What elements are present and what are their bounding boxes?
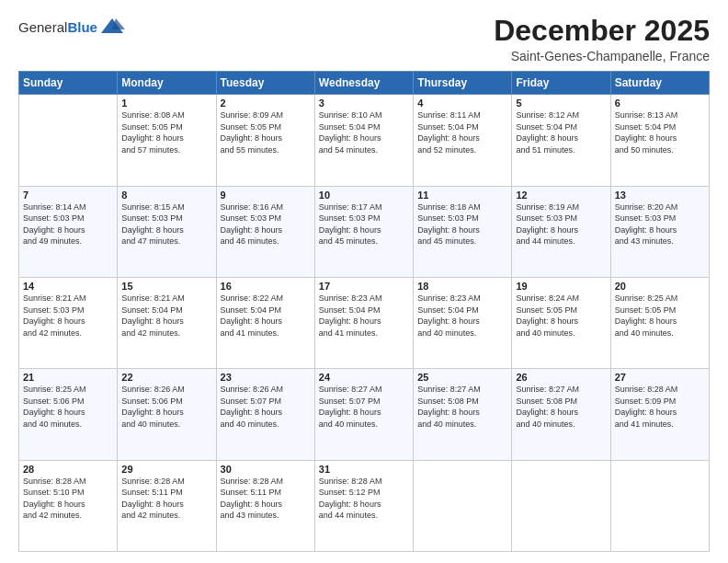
calendar-table: SundayMondayTuesdayWednesdayThursdayFrid… [18,71,710,552]
day-number: 20 [615,281,705,292]
week-row-5: 28Sunrise: 8:28 AM Sunset: 5:10 PM Dayli… [19,460,710,551]
calendar-cell: 18Sunrise: 8:23 AM Sunset: 5:04 PM Dayli… [414,277,512,368]
day-info: Sunrise: 8:14 AM Sunset: 5:03 PM Dayligh… [23,202,86,247]
day-header-monday: Monday [118,72,216,95]
day-header-tuesday: Tuesday [216,72,314,95]
calendar-cell: 22Sunrise: 8:26 AM Sunset: 5:06 PM Dayli… [118,369,216,460]
day-info: Sunrise: 8:27 AM Sunset: 5:08 PM Dayligh… [417,385,481,429]
calendar-cell: 19Sunrise: 8:24 AM Sunset: 5:05 PM Dayli… [512,277,610,368]
week-row-4: 21Sunrise: 8:25 AM Sunset: 5:06 PM Dayli… [19,369,710,460]
day-number: 18 [417,281,507,292]
calendar-cell: 14Sunrise: 8:21 AM Sunset: 5:03 PM Dayli… [19,277,118,368]
day-info: Sunrise: 8:26 AM Sunset: 5:07 PM Dayligh… [221,385,284,429]
week-row-1: 1Sunrise: 8:08 AM Sunset: 5:05 PM Daylig… [19,95,710,186]
day-info: Sunrise: 8:28 AM Sunset: 5:11 PM Dayligh… [221,477,284,521]
calendar-cell: 29Sunrise: 8:28 AM Sunset: 5:11 PM Dayli… [118,460,216,551]
day-number: 14 [23,281,113,292]
calendar-cell: 17Sunrise: 8:23 AM Sunset: 5:04 PM Dayli… [314,277,413,368]
day-number: 27 [615,372,705,383]
day-number: 30 [221,464,311,475]
svg-marker-1 [112,18,125,29]
day-info: Sunrise: 8:12 AM Sunset: 5:04 PM Dayligh… [516,110,579,155]
week-row-3: 14Sunrise: 8:21 AM Sunset: 5:03 PM Dayli… [19,277,710,368]
day-number: 15 [121,281,211,292]
calendar-cell: 1Sunrise: 8:08 AM Sunset: 5:05 PM Daylig… [118,95,216,186]
calendar-cell: 30Sunrise: 8:28 AM Sunset: 5:11 PM Dayli… [216,460,314,551]
day-info: Sunrise: 8:10 AM Sunset: 5:04 PM Dayligh… [319,110,382,155]
day-number: 12 [516,190,606,201]
calendar-cell: 9Sunrise: 8:16 AM Sunset: 5:03 PM Daylig… [216,186,314,277]
day-number: 24 [319,372,409,383]
day-number: 1 [121,98,211,109]
day-info: Sunrise: 8:13 AM Sunset: 5:04 PM Dayligh… [615,110,678,155]
day-number: 9 [221,190,311,201]
day-info: Sunrise: 8:28 AM Sunset: 5:12 PM Dayligh… [319,477,382,521]
day-info: Sunrise: 8:21 AM Sunset: 5:03 PM Dayligh… [23,293,86,338]
day-number: 31 [319,464,409,475]
calendar-cell: 2Sunrise: 8:09 AM Sunset: 5:05 PM Daylig… [216,95,314,186]
calendar-cell: 25Sunrise: 8:27 AM Sunset: 5:08 PM Dayli… [414,369,512,460]
day-number: 26 [516,372,606,383]
calendar-cell [610,460,709,551]
day-number: 2 [221,98,311,109]
day-number: 16 [221,281,311,292]
day-info: Sunrise: 8:17 AM Sunset: 5:03 PM Dayligh… [319,202,382,247]
day-header-wednesday: Wednesday [314,72,413,95]
day-number: 21 [23,372,113,383]
calendar-cell: 31Sunrise: 8:28 AM Sunset: 5:12 PM Dayli… [314,460,413,551]
day-number: 7 [23,190,113,201]
subtitle: Saint-Genes-Champanelle, France [494,49,710,63]
day-info: Sunrise: 8:28 AM Sunset: 5:09 PM Dayligh… [615,385,678,429]
logo: GeneralBlue [18,15,125,40]
day-number: 22 [121,372,211,383]
day-info: Sunrise: 8:28 AM Sunset: 5:10 PM Dayligh… [23,477,86,521]
page: GeneralBlue December 2025 Saint-Genes-Ch… [0,0,728,563]
day-info: Sunrise: 8:23 AM Sunset: 5:04 PM Dayligh… [319,293,382,338]
day-info: Sunrise: 8:11 AM Sunset: 5:04 PM Dayligh… [417,110,481,155]
day-header-friday: Friday [512,72,610,95]
day-number: 5 [516,98,606,109]
week-row-2: 7Sunrise: 8:14 AM Sunset: 5:03 PM Daylig… [19,186,710,277]
day-info: Sunrise: 8:09 AM Sunset: 5:05 PM Dayligh… [221,110,284,155]
calendar-cell: 21Sunrise: 8:25 AM Sunset: 5:06 PM Dayli… [19,369,118,460]
day-number: 29 [121,464,211,475]
day-number: 23 [221,372,311,383]
day-info: Sunrise: 8:15 AM Sunset: 5:03 PM Dayligh… [121,202,185,247]
day-info: Sunrise: 8:25 AM Sunset: 5:05 PM Dayligh… [615,293,678,338]
calendar-cell: 3Sunrise: 8:10 AM Sunset: 5:04 PM Daylig… [314,95,413,186]
header: GeneralBlue December 2025 Saint-Genes-Ch… [18,15,710,63]
day-info: Sunrise: 8:22 AM Sunset: 5:04 PM Dayligh… [221,293,284,338]
calendar-cell: 15Sunrise: 8:21 AM Sunset: 5:04 PM Dayli… [118,277,216,368]
day-number: 10 [319,190,409,201]
calendar-cell: 26Sunrise: 8:27 AM Sunset: 5:08 PM Dayli… [512,369,610,460]
day-info: Sunrise: 8:23 AM Sunset: 5:04 PM Dayligh… [417,293,481,338]
day-number: 6 [615,98,705,109]
day-number: 11 [417,190,507,201]
logo-general: GeneralBlue [18,19,97,35]
day-info: Sunrise: 8:25 AM Sunset: 5:06 PM Dayligh… [23,385,86,429]
calendar-cell [414,460,512,551]
day-info: Sunrise: 8:19 AM Sunset: 5:03 PM Dayligh… [516,202,579,247]
day-info: Sunrise: 8:21 AM Sunset: 5:04 PM Dayligh… [121,293,185,338]
calendar-cell: 7Sunrise: 8:14 AM Sunset: 5:03 PM Daylig… [19,186,118,277]
day-info: Sunrise: 8:24 AM Sunset: 5:05 PM Dayligh… [516,293,579,338]
calendar-cell: 27Sunrise: 8:28 AM Sunset: 5:09 PM Dayli… [610,369,709,460]
day-info: Sunrise: 8:27 AM Sunset: 5:08 PM Dayligh… [516,385,579,429]
day-info: Sunrise: 8:28 AM Sunset: 5:11 PM Dayligh… [121,477,185,521]
day-header-saturday: Saturday [610,72,709,95]
day-header-sunday: Sunday [19,72,118,95]
title-block: December 2025 Saint-Genes-Champanelle, F… [494,15,710,63]
day-number: 17 [319,281,409,292]
day-info: Sunrise: 8:18 AM Sunset: 5:03 PM Dayligh… [417,202,481,247]
day-header-thursday: Thursday [414,72,512,95]
calendar-cell: 12Sunrise: 8:19 AM Sunset: 5:03 PM Dayli… [512,186,610,277]
day-info: Sunrise: 8:16 AM Sunset: 5:03 PM Dayligh… [221,202,284,247]
day-number: 25 [417,372,507,383]
day-number: 19 [516,281,606,292]
logo-icon [99,15,125,40]
calendar-cell: 24Sunrise: 8:27 AM Sunset: 5:07 PM Dayli… [314,369,413,460]
day-number: 3 [319,98,409,109]
day-number: 28 [23,464,113,475]
calendar-cell: 23Sunrise: 8:26 AM Sunset: 5:07 PM Dayli… [216,369,314,460]
calendar-cell: 28Sunrise: 8:28 AM Sunset: 5:10 PM Dayli… [19,460,118,551]
